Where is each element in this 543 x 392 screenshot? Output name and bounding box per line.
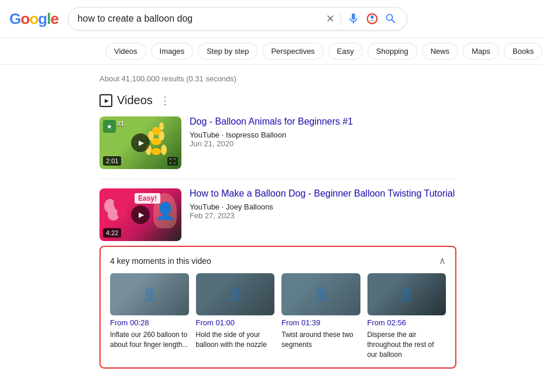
svg-point-13	[117, 207, 126, 219]
video-date-1: Jun 21, 2020	[190, 139, 456, 148]
section-title: Videos	[117, 94, 153, 107]
vertical-divider	[341, 12, 341, 25]
video-item-2: 👤 Easy! 4:22 ▶ How to Make a Balloon Dog…	[99, 188, 456, 241]
video-item-1: ★ #1 2:01 ⛶ ▶ Dog - Balloon Animals for …	[99, 116, 456, 179]
play-overlay-1: ▶	[131, 133, 150, 152]
filter-videos[interactable]: Videos	[105, 43, 146, 60]
search-input[interactable]	[78, 13, 320, 24]
svg-point-8	[152, 127, 160, 135]
video-thumbnail-1[interactable]: ★ #1 2:01 ⛶ ▶	[99, 116, 181, 169]
video-source-2: YouTube · Joey Balloons	[190, 202, 456, 211]
video-date-2: Feb 27, 2023	[190, 211, 456, 220]
duration-badge-1: 2:01	[103, 156, 121, 166]
collapse-icon[interactable]: ∧	[439, 255, 446, 266]
moment-item-2[interactable]: 👤 From 01:00 Hold the side of your ballo…	[196, 273, 275, 359]
filter-shopping[interactable]: Shopping	[367, 43, 417, 60]
moment-item-4[interactable]: 👤 From 02:56 Disperse the air throughout…	[367, 273, 446, 359]
moment-item-3[interactable]: 👤 From 01:39 Twist around these two segm…	[281, 273, 360, 359]
results-count: About 41,100,000 results (0.31 seconds)	[99, 74, 456, 83]
filter-perspectives[interactable]: Perspectives	[262, 43, 323, 60]
moment-timestamp-4: From 02:56	[367, 318, 446, 327]
video-thumbnail-2[interactable]: 👤 Easy! 4:22 ▶	[99, 188, 181, 241]
moment-desc-4: Disperse the air throughout the rest of …	[367, 330, 446, 359]
moment-item-1[interactable]: 👤 From 00:28 Inflate our 260 balloon to …	[110, 273, 189, 359]
search-button[interactable]	[384, 12, 397, 25]
moment-thumb-4: 👤	[367, 273, 446, 315]
video-info-2: How to Make a Balloon Dog - Beginner Bal…	[190, 188, 456, 241]
key-moments-title: 4 key moments in this video	[110, 256, 211, 266]
moment-desc-1: Inflate our 260 balloon to about four fi…	[110, 330, 189, 350]
filter-news[interactable]: News	[422, 43, 459, 60]
filter-step-by-step[interactable]: Step by step	[198, 43, 257, 60]
moment-desc-2: Hold the side of your balloon with the n…	[196, 330, 275, 350]
filters-bar: Videos Images Step by step Perspectives …	[0, 38, 543, 65]
video-title-2[interactable]: How to Make a Balloon Dog - Beginner Bal…	[190, 188, 456, 199]
logo-g2: g	[38, 10, 47, 27]
filter-easy[interactable]: Easy	[328, 43, 363, 60]
rank-badge-1: ★	[103, 120, 116, 133]
section-header: ▶ Videos ⋮	[99, 94, 456, 107]
moment-timestamp-1: From 00:28	[110, 318, 189, 327]
logo-o1: o	[20, 10, 29, 27]
key-moments-grid: 👤 From 00:28 Inflate our 260 balloon to …	[110, 273, 446, 359]
svg-point-9	[159, 122, 164, 130]
logo-e: e	[50, 10, 58, 27]
logo-o2: o	[29, 10, 38, 27]
moment-timestamp-2: From 01:00	[196, 318, 275, 327]
filter-images[interactable]: Images	[151, 43, 194, 60]
moment-timestamp-3: From 01:39	[281, 318, 360, 327]
video-info-1: Dog - Balloon Animals for Beginners #1 Y…	[190, 116, 456, 169]
lens-search-button[interactable]	[366, 12, 379, 25]
voice-search-button[interactable]	[347, 12, 360, 25]
moment-desc-3: Twist around these two segments	[281, 330, 360, 350]
header: Google ✕	[0, 0, 543, 38]
mic-icon	[347, 12, 360, 25]
svg-point-1	[370, 16, 374, 19]
video-section-icon: ▶	[99, 94, 112, 107]
search-bar: ✕	[68, 7, 407, 30]
moment-thumb-3: 👤	[281, 273, 360, 315]
results-area: About 41,100,000 results (0.31 seconds) …	[0, 65, 503, 378]
easy-label-2: Easy!	[135, 193, 160, 204]
lens-icon	[366, 12, 379, 25]
duration-badge-2: 4:22	[103, 228, 121, 238]
svg-point-4	[161, 145, 167, 155]
filter-books[interactable]: Books	[504, 43, 542, 60]
video-source-1: YouTube · Isopresso Balloon	[190, 130, 456, 139]
video-title-1[interactable]: Dog - Balloon Animals for Beginners #1	[190, 116, 456, 127]
svg-point-2	[152, 148, 161, 155]
more-options-icon[interactable]: ⋮	[160, 94, 170, 107]
play-overlay-2: ▶	[131, 205, 150, 224]
fullscreen-icon-1: ⛶	[167, 157, 178, 166]
filter-maps[interactable]: Maps	[463, 43, 499, 60]
key-moments-header: 4 key moments in this video ∧	[110, 255, 446, 266]
rank-label-1: #1	[117, 120, 124, 127]
moment-thumb-2: 👤	[196, 273, 275, 315]
moment-thumb-1: 👤	[110, 273, 189, 315]
key-moments-box: 4 key moments in this video ∧ 👤 From 00:…	[99, 246, 456, 369]
search-icon	[384, 12, 397, 25]
logo-g: G	[9, 10, 20, 27]
google-logo: Google	[9, 10, 59, 28]
clear-button[interactable]: ✕	[326, 12, 335, 25]
